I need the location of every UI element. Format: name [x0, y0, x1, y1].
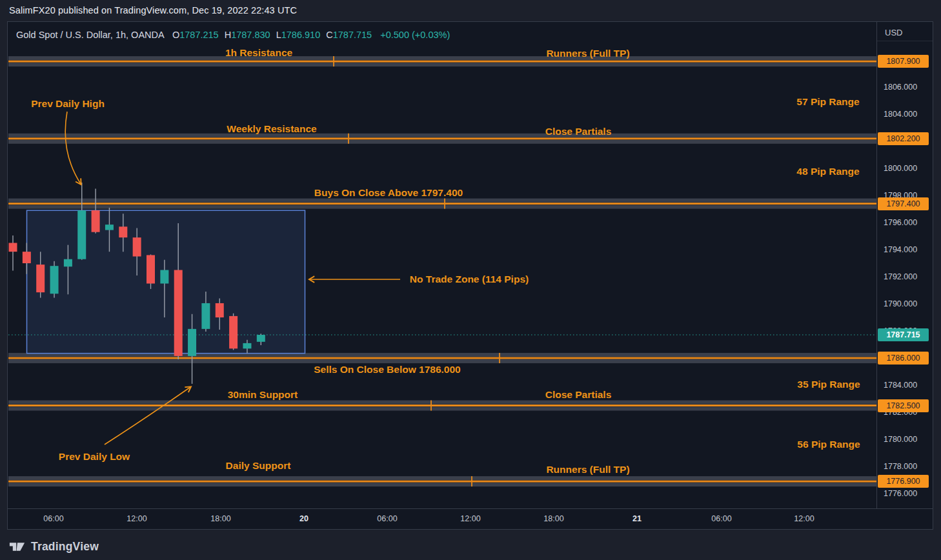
annotation-text[interactable]: 35 Pip Range [797, 379, 860, 390]
level-anchor-tick [444, 199, 445, 209]
candle-body [133, 237, 141, 256]
symbol-title[interactable]: Gold Spot / U.S. Dollar, 1h, OANDA [16, 30, 164, 40]
time-axis-label: 18:00 [210, 514, 230, 523]
ohlc-label: H [225, 30, 231, 40]
level-zone-upper[interactable] [8, 476, 876, 480]
annotation-text[interactable]: Runners (Full TP) [546, 48, 629, 59]
level-line[interactable] [8, 357, 876, 359]
ohlc-label: C [326, 30, 332, 40]
annotation-text[interactable]: Weekly Resistance [227, 123, 316, 135]
annotation-text[interactable]: 57 Pip Range [796, 96, 859, 108]
level-anchor-tick [499, 353, 500, 363]
annotation-text[interactable]: 1h Resistance [225, 47, 292, 59]
annotation-text[interactable]: Runners (Full TP) [546, 464, 629, 475]
prev-daily-high-arrow[interactable] [65, 112, 81, 184]
candle-body [201, 303, 210, 329]
level-line[interactable] [8, 137, 876, 139]
candle-body [160, 270, 168, 284]
ohlc-label: L [276, 30, 281, 40]
level-line[interactable] [8, 481, 876, 483]
current-price-tag: 1787.715 [878, 328, 929, 341]
level-price-tag: 1807.900 [878, 55, 929, 68]
level-anchor-tick [430, 401, 432, 411]
annotation-text[interactable]: Daily Support [226, 460, 291, 472]
candle-body [23, 252, 31, 263]
annotation-text[interactable]: Close Partials [545, 126, 612, 137]
time-axis-label: 18:00 [543, 514, 563, 523]
level-zone-lower[interactable] [8, 140, 876, 144]
level-zone-upper[interactable] [8, 199, 876, 203]
level-zone-lower[interactable] [8, 407, 876, 411]
level-line[interactable] [8, 405, 876, 406]
price-axis-tick: 1804.000 [884, 110, 917, 119]
annotation-text[interactable]: Prev Daily Low [59, 451, 130, 463]
level-zone-upper[interactable] [8, 134, 876, 137]
level-price-tag: 1782.500 [878, 399, 929, 412]
tradingview-icon [9, 540, 25, 554]
level-line[interactable] [8, 203, 876, 205]
price-axis-tick: 1794.000 [884, 245, 917, 254]
candle-body [105, 225, 114, 230]
ohlc-value: 1786.910 [281, 30, 320, 40]
tradingview-wordmark: TradingView [31, 540, 99, 554]
prev-daily-low-arrow[interactable] [105, 387, 190, 445]
price-axis-tick: 1778.000 [884, 462, 917, 471]
candle-body [229, 316, 238, 348]
symbol-header: Gold Spot / U.S. Dollar, 1h, OANDA O1787… [16, 30, 450, 40]
level-zone-lower[interactable] [8, 205, 876, 209]
annotation-text[interactable]: Sells On Close Below 1786.000 [314, 364, 460, 375]
published-chart-page: SalimFX20 published on TradingView.com, … [0, 0, 941, 560]
ohlc-value: 1787.215 [179, 30, 218, 40]
level-line[interactable] [8, 61, 876, 63]
level-price-tag: 1786.000 [878, 352, 929, 365]
candle-body [147, 255, 155, 283]
candle-body [216, 303, 224, 317]
price-axis[interactable]: USD 1806.0001804.0001800.0001798.0001796… [876, 21, 933, 508]
price-axis-tick: 1792.000 [884, 272, 917, 281]
annotation-text[interactable]: 48 Pip Range [796, 166, 859, 177]
candle-body [119, 226, 127, 237]
level-zone-lower[interactable] [8, 63, 876, 66]
time-axis-label: 12:00 [126, 514, 147, 523]
time-axis-label: 06:00 [43, 514, 63, 523]
price-axis-tick: 1780.000 [884, 435, 917, 444]
ohlc-strip: O1787.215H1787.830L1786.910C1787.715 [167, 30, 372, 40]
level-zone-upper[interactable] [8, 56, 876, 60]
axis-currency-label: USD [885, 28, 902, 37]
axis-header-separator [877, 41, 933, 41]
time-axis[interactable]: 06:0012:0018:002006:0012:0018:002106:001… [7, 508, 933, 530]
tradingview-logo[interactable]: TradingView [9, 537, 99, 555]
level-zone-lower[interactable] [8, 483, 876, 486]
price-axis-tick: 1776.000 [884, 489, 917, 498]
ohlc-value: 1787.715 [333, 30, 372, 40]
level-zone-upper[interactable] [8, 401, 876, 405]
time-axis-day-label: 20 [299, 514, 309, 523]
candle-body [257, 335, 265, 342]
level-price-tag: 1802.200 [878, 132, 929, 145]
time-axis-label: 06:00 [377, 514, 397, 523]
price-axis-tick: 1796.000 [884, 218, 917, 227]
level-zone-lower[interactable] [8, 359, 876, 363]
candle-body [77, 210, 86, 259]
annotation-text[interactable]: Close Partials [545, 389, 612, 401]
annotation-text[interactable]: Buys On Close Above 1797.400 [314, 187, 463, 199]
level-anchor-tick [333, 56, 334, 66]
time-axis-label: 06:00 [711, 514, 731, 523]
time-axis-label: 12:00 [460, 514, 480, 523]
annotation-text[interactable]: 30min Support [228, 389, 298, 401]
level-anchor-tick [471, 476, 472, 486]
candle-body [50, 266, 59, 294]
candle-body [188, 329, 196, 356]
annotation-text[interactable]: 56 Pip Range [797, 439, 860, 450]
time-axis-day-label: 21 [632, 514, 642, 523]
level-price-tag: 1797.400 [878, 197, 929, 210]
price-change: +0.500 (+0.03%) [380, 30, 450, 40]
annotation-text[interactable]: No Trade Zone (114 Pips) [410, 274, 529, 285]
ohlc-value: 1787.830 [231, 30, 270, 40]
candle-body [92, 210, 100, 232]
annotation-text[interactable]: Prev Daily High [31, 98, 105, 110]
ohlc-label: O [172, 30, 179, 40]
level-price-tag: 1776.900 [878, 475, 929, 488]
candle-body [64, 259, 72, 267]
candle-body [243, 343, 251, 348]
